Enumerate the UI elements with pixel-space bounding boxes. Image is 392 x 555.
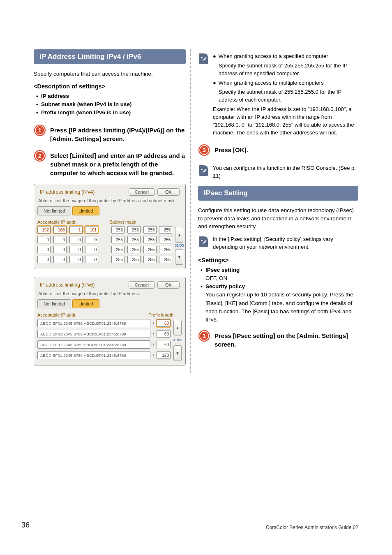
note-bullet-head: When granting access to a specified comp… bbox=[219, 53, 328, 60]
ip-octet-field[interactable]: 0 bbox=[69, 236, 83, 243]
dot-separator: . bbox=[125, 238, 127, 242]
mask-octet-field[interactable]: 255 bbox=[127, 246, 141, 253]
step-number-icon: 2 bbox=[34, 150, 46, 164]
prefix-length-field[interactable]: 60 bbox=[157, 319, 171, 327]
ipv6-address-field[interactable]: ABCD:EF01:2345:6789:ABCD:EF01:2345:6789 bbox=[37, 330, 150, 338]
ip-octet-field[interactable]: 1 bbox=[69, 226, 83, 234]
ip-octet-field[interactable]: 0 bbox=[37, 246, 51, 253]
desc-item: Prefix length (when IPv6 is in use) bbox=[36, 109, 186, 117]
dot-separator: . bbox=[51, 228, 53, 232]
ip-octet-field[interactable]: 0 bbox=[69, 256, 83, 263]
desc-title: <Description of settings> bbox=[34, 83, 186, 90]
note-text: You can configure this function in the R… bbox=[213, 164, 358, 180]
mask-octet-field[interactable]: 255 bbox=[127, 256, 141, 263]
prefix-length-field[interactable]: 128 bbox=[157, 352, 171, 359]
ip-octet-field[interactable]: 0 bbox=[53, 236, 67, 243]
ipsec-step-1: 1 Press [IPsec setting] on the [Admin. S… bbox=[198, 330, 358, 349]
dot-separator: . bbox=[83, 247, 85, 252]
limited-toggle[interactable]: Limited bbox=[72, 206, 99, 215]
ip-octet-field[interactable]: 0 bbox=[85, 246, 98, 253]
not-limited-toggle[interactable]: Not limited bbox=[37, 299, 71, 308]
ipv6-address-field[interactable]: ABCD:EF01:2345:6789:ABCD:EF01:2345:6789 bbox=[37, 351, 150, 359]
ipv4-row: 0.0.0.0255.255.255.255 bbox=[37, 246, 172, 253]
slash-separator: / bbox=[153, 331, 154, 336]
ip-octet-field[interactable]: 0 bbox=[37, 256, 51, 263]
cancel-button[interactable]: Cancel bbox=[129, 281, 155, 289]
dot-separator: . bbox=[125, 228, 127, 232]
svg-text:1: 1 bbox=[203, 333, 206, 339]
ip-octet-field[interactable]: 101 bbox=[85, 226, 98, 234]
note-icon bbox=[198, 164, 209, 178]
scroll-down-button[interactable]: ▼ bbox=[173, 345, 182, 361]
ipv6-screenshot: IP address limiting (IPv6) Cancel OK Abl… bbox=[34, 277, 186, 365]
mask-octet-field[interactable]: 255 bbox=[159, 226, 172, 234]
mask-octet-field[interactable]: 255 bbox=[127, 226, 141, 234]
note-text: In the [IPsec setting], [Security policy… bbox=[213, 236, 358, 251]
col-ip-header: Acceptable IP addr. bbox=[37, 220, 110, 224]
svg-text:1: 1 bbox=[38, 127, 42, 134]
ip-octet-field[interactable]: 192 bbox=[37, 226, 51, 234]
dot-separator: . bbox=[157, 257, 159, 262]
slash-separator: / bbox=[153, 353, 154, 358]
limited-toggle[interactable]: Limited bbox=[72, 299, 99, 308]
note-bullet-body: Specify the subnet mask of 255.255.255.2… bbox=[213, 62, 358, 78]
ip-octet-field[interactable]: 0 bbox=[85, 236, 98, 243]
mask-octet-field[interactable]: 255 bbox=[143, 226, 157, 234]
step-1-text: Press [IP address limiting (IPv4)/(IPv6)… bbox=[50, 124, 186, 143]
dot-separator: . bbox=[157, 238, 159, 242]
scroll-down-button[interactable]: ▼ bbox=[175, 249, 183, 265]
step-2-text: Select [Limited] and enter an IP address… bbox=[50, 150, 186, 177]
setting-item: IPsec setting OFF, ON bbox=[201, 266, 358, 283]
mask-octet-field[interactable]: 255 bbox=[111, 256, 125, 263]
scroll-up-button[interactable]: ▲ bbox=[173, 320, 182, 335]
mask-octet-field[interactable]: 255 bbox=[143, 256, 157, 263]
note-block: In the [IPsec setting], [Security policy… bbox=[198, 236, 358, 251]
ipv6-desc: Able to limit the usage of this printer … bbox=[37, 290, 182, 299]
ipsec-heading: IPsec Setting bbox=[198, 186, 358, 201]
note-icon bbox=[198, 236, 209, 250]
note-block: ●When granting access to a specified com… bbox=[198, 53, 358, 138]
step-number-icon: 3 bbox=[198, 144, 210, 158]
page-indicator: 01/03 bbox=[175, 244, 184, 248]
ip-octet-field[interactable]: 0 bbox=[85, 256, 98, 263]
mask-octet-field[interactable]: 255 bbox=[143, 246, 157, 253]
ipsec-step-1-text: Press [IPsec setting] on the [Admin. Set… bbox=[214, 330, 358, 349]
ipv4-row: 0.0.0.0255.255.255.255 bbox=[37, 256, 172, 263]
ip-octet-field[interactable]: 0 bbox=[53, 256, 67, 263]
dot-separator: . bbox=[125, 247, 127, 252]
mask-octet-field[interactable]: 255 bbox=[111, 246, 125, 253]
mask-octet-field[interactable]: 255 bbox=[159, 236, 172, 243]
prefix-length-field[interactable]: 60 bbox=[157, 341, 171, 348]
ipv6-address-field[interactable]: ABCD:EF01:2345:6789:ABCD:EF01:2345:6789 bbox=[37, 340, 150, 349]
ipv6-address-field[interactable]: ABCD:EF01:2345:6789:ABCD:EF01:2345:6789 bbox=[37, 319, 150, 327]
dot-separator: . bbox=[83, 238, 85, 242]
mask-octet-field[interactable]: 255 bbox=[127, 236, 141, 243]
cancel-button[interactable]: Cancel bbox=[129, 188, 155, 196]
dot-separator: . bbox=[157, 247, 159, 252]
scroll-up-button[interactable]: ▲ bbox=[175, 227, 183, 243]
ok-button[interactable]: OK bbox=[157, 188, 180, 196]
ipv4-row: 0.0.0.0255.255.255.255 bbox=[37, 236, 172, 243]
ip-limit-intro: Specify computers that can access the ma… bbox=[34, 70, 186, 78]
mask-octet-field[interactable]: 255 bbox=[143, 236, 157, 243]
page-number: 36 bbox=[21, 521, 30, 530]
ip-octet-field[interactable]: 168 bbox=[53, 226, 67, 234]
mask-octet-field[interactable]: 255 bbox=[159, 246, 172, 253]
settings-title: <Settings> bbox=[198, 257, 358, 264]
footer-text: ComColor Series Administrator's Guide 02 bbox=[266, 525, 358, 530]
mask-octet-field[interactable]: 255 bbox=[159, 256, 172, 263]
setting-body: You can register up to 10 details of sec… bbox=[205, 291, 358, 324]
dot-separator: . bbox=[141, 257, 143, 262]
ipv6-title: IP address limiting (IPv6) bbox=[40, 282, 95, 288]
dot-separator: . bbox=[67, 257, 69, 262]
ip-octet-field[interactable]: 0 bbox=[69, 246, 83, 253]
not-limited-toggle[interactable]: Not limited bbox=[37, 206, 71, 215]
prefix-length-field[interactable]: 60 bbox=[157, 330, 171, 338]
note-bullet-head: When granting access to multiple compute… bbox=[219, 79, 324, 87]
ip-octet-field[interactable]: 0 bbox=[53, 246, 67, 253]
ok-button[interactable]: OK bbox=[157, 281, 180, 289]
mask-octet-field[interactable]: 255 bbox=[111, 236, 125, 243]
mask-octet-field[interactable]: 255 bbox=[111, 226, 125, 234]
dot-separator: . bbox=[51, 247, 53, 252]
ip-octet-field[interactable]: 0 bbox=[37, 236, 51, 243]
